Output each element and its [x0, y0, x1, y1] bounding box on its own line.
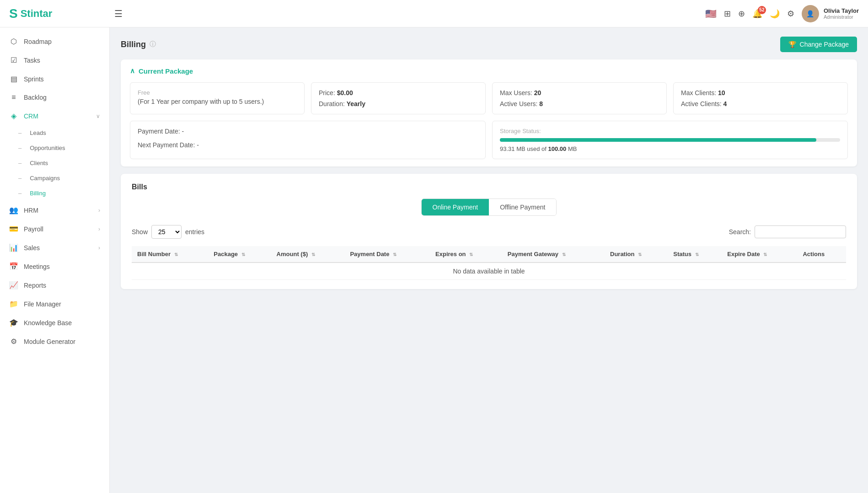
sort-icon-package[interactable]: ⇅ [241, 252, 245, 257]
notification-icon[interactable]: 🔔 52 [752, 9, 762, 19]
sidebar-item-sales[interactable]: 📊 Sales › [0, 238, 109, 257]
col-actions: Actions [797, 246, 846, 263]
sort-icon-bill-number[interactable]: ⇅ [174, 252, 178, 257]
sidebar-item-meetings[interactable]: 📅 Meetings [0, 257, 109, 276]
roadmap-icon: ⬡ [9, 37, 18, 46]
max-users-row: Max Users: 20 [500, 89, 659, 96]
settings-icon[interactable]: ⚙ [787, 9, 794, 19]
sidebar-label-opportunities: Opportunities [30, 145, 65, 151]
sidebar-item-backlog[interactable]: ≡ Backlog [0, 88, 109, 107]
apps-icon[interactable]: ⊞ [724, 9, 731, 19]
sidebar-label-crm: CRM [24, 113, 38, 120]
logo-s-icon: S [9, 6, 18, 21]
tab-offline-payment[interactable]: Offline Payment [489, 199, 556, 215]
user-info[interactable]: 👤 Olivia Taylor Administrator [802, 5, 859, 22]
col-expires-on: Expires on ⇅ [430, 246, 502, 263]
payroll-icon: 💳 [9, 225, 18, 233]
sales-chevron-icon: › [98, 245, 100, 251]
sidebar-item-crm[interactable]: ◈ CRM ∨ [0, 107, 109, 125]
top-header: S Stintar ☰ 🇺🇸 ⊞ ⊕ 🔔 52 🌙 ⚙ 👤 Olivia Tay… [0, 0, 868, 27]
sidebar-item-module-generator[interactable]: ⚙ Module Generator [0, 332, 109, 351]
sort-icon-expires-on[interactable]: ⇅ [469, 252, 473, 257]
sidebar-item-billing[interactable]: Billing [0, 186, 109, 201]
backlog-icon: ≡ [9, 93, 18, 102]
search-box: Search: [729, 225, 846, 238]
change-package-button[interactable]: 🏆 Change Package [780, 37, 857, 52]
header-right: 🇺🇸 ⊞ ⊕ 🔔 52 🌙 ⚙ 👤 Olivia Taylor Administ… [705, 5, 859, 22]
sidebar-item-knowledge-base[interactable]: 🎓 Knowledge Base [0, 313, 109, 332]
grid-icon[interactable]: ⊕ [738, 9, 745, 19]
col-label-payment-date: Payment Date [350, 251, 389, 257]
sidebar-label-file-manager: File Manager [24, 300, 61, 308]
sort-icon-payment-date[interactable]: ⇅ [393, 252, 396, 257]
duration-label: Duration: [319, 100, 345, 107]
sort-icon-amount[interactable]: ⇅ [311, 252, 315, 257]
sidebar-item-file-manager[interactable]: 📁 File Manager [0, 295, 109, 313]
storage-total: 100.00 [548, 145, 567, 152]
user-text: Olivia Taylor Administrator [824, 7, 859, 20]
sort-icon-status[interactable]: ⇅ [695, 252, 699, 257]
chevron-up-icon: ∧ [130, 67, 135, 75]
pricing-card: Price: $0.00 Duration: Yearly [311, 82, 486, 114]
tasks-icon: ☑ [9, 56, 18, 64]
col-package: Package ⇅ [208, 246, 271, 263]
sidebar-item-sprints[interactable]: ▤ Sprints [0, 70, 109, 88]
section-header[interactable]: ∧ Current Package [130, 67, 848, 75]
flag-icon[interactable]: 🇺🇸 [705, 8, 717, 19]
active-clients-label: Active Clients: [681, 100, 722, 107]
sidebar-label-meetings: Meetings [24, 263, 50, 270]
sidebar-item-clients[interactable]: Clients [0, 155, 109, 171]
show-label: Show [132, 228, 148, 236]
avatar: 👤 [802, 5, 819, 22]
trophy-icon: 🏆 [788, 41, 796, 48]
entries-select[interactable]: 25 50 100 [151, 225, 182, 239]
sort-icon-expire-date[interactable]: ⇅ [763, 252, 767, 257]
info-icon[interactable]: ⓘ [150, 40, 156, 48]
sidebar-item-campaigns[interactable]: Campaigns [0, 171, 109, 186]
module-generator-icon: ⚙ [9, 337, 18, 346]
no-data-message: No data available in table [132, 263, 846, 280]
sidebar-item-reports[interactable]: 📈 Reports [0, 276, 109, 295]
plan-card: Free (For 1 Year per company with up to … [130, 82, 305, 114]
next-payment-date-row: Next Payment Date: - [138, 141, 478, 149]
storage-text: 93.31 MB used of 100.00 MB [500, 145, 840, 152]
col-amount: Amount ($) ⇅ [271, 246, 345, 263]
sidebar-label-hrm: HRM [24, 207, 38, 214]
col-status: Status ⇅ [668, 246, 722, 263]
col-bill-number: Bill Number ⇅ [132, 246, 208, 263]
payment-dates-card: Payment Date: - Next Payment Date: - [130, 121, 486, 159]
sort-icon-duration[interactable]: ⇅ [638, 252, 642, 257]
package-grid-row1: Free (For 1 Year per company with up to … [130, 82, 848, 114]
active-users-row: Active Users: 8 [500, 100, 659, 107]
sidebar-item-opportunities[interactable]: Opportunities [0, 140, 109, 155]
duration-row: Duration: Yearly [319, 100, 478, 107]
reports-icon: 📈 [9, 281, 18, 289]
current-package-card: ∧ Current Package Free (For 1 Year per c… [121, 59, 857, 166]
page-header: Billing ⓘ 🏆 Change Package [121, 37, 857, 52]
col-label-expire-date: Expire Date [727, 251, 760, 257]
sidebar-label-billing: Billing [30, 190, 46, 197]
sprints-icon: ▤ [9, 75, 18, 83]
sidebar-label-leads: Leads [30, 129, 46, 136]
sidebar-item-tasks[interactable]: ☑ Tasks [0, 51, 109, 70]
sort-icon-payment-gateway[interactable]: ⇅ [562, 252, 566, 257]
payment-date-value: - [182, 128, 184, 135]
dark-mode-icon[interactable]: 🌙 [770, 9, 780, 19]
user-role: Administrator [824, 14, 859, 20]
sidebar-label-payroll: Payroll [24, 225, 43, 233]
sidebar-item-hrm[interactable]: 👥 HRM › [0, 201, 109, 220]
sidebar-item-roadmap[interactable]: ⬡ Roadmap [0, 32, 109, 51]
price-label: Price: [319, 89, 335, 96]
bills-title: Bills [132, 183, 846, 191]
logo[interactable]: S Stintar [9, 6, 101, 21]
storage-used-label: MB used of [516, 145, 548, 152]
sidebar-item-payroll[interactable]: 💳 Payroll › [0, 220, 109, 238]
table-header-row: Bill Number ⇅ Package ⇅ Amount ($) ⇅ P [132, 246, 846, 263]
storage-used: 93.31 [500, 145, 515, 152]
sidebar-label-sprints: Sprints [24, 75, 44, 83]
sidebar-item-leads[interactable]: Leads [0, 125, 109, 140]
col-label-bill-number: Bill Number [137, 251, 171, 257]
hamburger-icon[interactable]: ☰ [114, 8, 123, 19]
search-input[interactable] [755, 225, 846, 238]
tab-online-payment[interactable]: Online Payment [422, 199, 489, 215]
